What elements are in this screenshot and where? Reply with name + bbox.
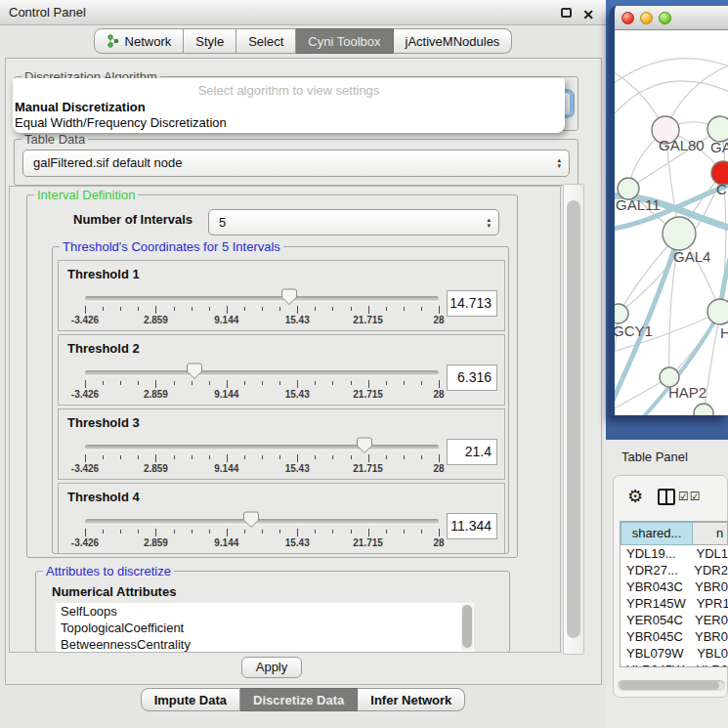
column-header-name[interactable]: n <box>693 522 728 545</box>
table-row[interactable]: YLR345WYLR3 <box>621 662 728 666</box>
slider-thumb-icon[interactable] <box>243 511 259 529</box>
table-data-group-title: Table Data <box>21 132 88 147</box>
network-canvas-svg: GAL80GACGAL11GAL4GCY1HHAP2 <box>615 30 728 415</box>
close-icon[interactable]: ✕ <box>582 3 594 27</box>
table-data-combobox[interactable]: galFiltered.sif default node ▴▾ <box>22 150 570 177</box>
attribute-item[interactable]: BetweennessCentrality <box>56 636 474 652</box>
threshold-slider[interactable]: -3.4262.8599.14415.4321.71528 <box>85 282 439 329</box>
number-of-intervals-spinner[interactable]: 5 ▴▾ <box>208 209 499 236</box>
table-panel-section: Table Panel ⚙ ☑☑ shared... n YDL19...YDL… <box>606 440 728 728</box>
threshold-value-box[interactable]: 11.344 <box>447 513 497 539</box>
interval-definition-title: Interval Definition <box>34 188 138 202</box>
list-scrollbar[interactable] <box>461 604 473 651</box>
table-row[interactable]: YDL19...YDL1 <box>621 545 728 562</box>
network-icon <box>107 34 120 48</box>
float-window-icon[interactable] <box>561 8 572 18</box>
slider-ticks <box>85 379 439 388</box>
node-table-rows: YDL19...YDL1YDR27...YDR2YBR043CYBR0YPR14… <box>621 545 728 666</box>
table-row[interactable]: YBL079WYBL0 <box>621 645 728 662</box>
table-row[interactable]: YDR27...YDR2 <box>621 562 728 578</box>
control-panel-content: Discretization Algorithm ▴▾ Select algor… <box>5 58 602 685</box>
network-window-titlebar[interactable] <box>615 6 728 30</box>
threshold-label: Threshold 3 <box>67 415 140 430</box>
zoom-traffic-light-icon[interactable] <box>659 12 671 24</box>
minimize-traffic-light-icon[interactable] <box>640 12 653 24</box>
threshold-label: Threshold 4 <box>67 490 140 504</box>
threshold-value-box[interactable]: 6.316 <box>447 364 497 391</box>
split-columns-icon[interactable] <box>658 489 675 505</box>
threshold-slider[interactable]: -3.4262.8599.14415.4321.71528 <box>85 505 439 552</box>
slider-track[interactable] <box>85 445 439 450</box>
spinner-arrows-icon: ▴▾ <box>487 217 491 229</box>
attribute-item[interactable]: TopologicalCoefficient <box>56 620 474 636</box>
threshold-slider[interactable]: -3.4262.8599.14415.4321.71528 <box>85 431 439 478</box>
settings-scrollbar[interactable] <box>563 184 584 655</box>
table-data-group: Table Data galFiltered.sif default node … <box>14 139 578 186</box>
algorithm-option[interactable]: Manual Discretization <box>15 100 565 115</box>
apply-button[interactable]: Apply <box>241 657 302 678</box>
svg-text:GAL4: GAL4 <box>673 248 710 265</box>
table-row[interactable]: YBR045CYBR0 <box>621 628 728 645</box>
svg-text:GCY1: GCY1 <box>615 322 653 339</box>
tab-select[interactable]: Select <box>236 28 296 54</box>
interval-definition-group: Interval Definition Number of Intervals … <box>26 194 518 558</box>
slider-track[interactable] <box>85 296 439 301</box>
settings-viewport: Interval Definition Number of Intervals … <box>9 186 561 653</box>
threshold-panel: Threshold 4-3.4262.8599.14415.4321.71528… <box>58 483 505 554</box>
threshold-slider[interactable]: -3.4262.8599.14415.4321.71528 <box>85 357 439 404</box>
combo-arrows-icon: ▴▾ <box>557 157 561 169</box>
svg-text:C: C <box>716 181 727 197</box>
attribute-item[interactable]: SelfLoops <box>56 603 474 620</box>
tab-jactivemnodules[interactable]: jActiveMNodules <box>394 28 513 54</box>
attributes-group-title: Attributes to discretize <box>43 564 174 578</box>
threshold-value-box[interactable]: 21.4 <box>447 439 497 465</box>
slider-ticks <box>85 528 439 536</box>
slider-track[interactable] <box>85 370 439 375</box>
tab-cyni-toolbox[interactable]: Cyni Toolbox <box>296 28 393 54</box>
horizontal-scrollbar-thumb[interactable] <box>620 681 719 690</box>
table-row[interactable]: YPR145WYPR1 <box>621 595 728 612</box>
threshold-panel: Threshold 2-3.4262.8599.14415.4321.71528… <box>58 334 505 406</box>
number-of-intervals-label: Number of Intervals <box>73 212 193 227</box>
tab-network[interactable]: Network <box>94 28 185 54</box>
column-header-shared-name[interactable]: shared... <box>621 522 693 545</box>
number-of-intervals-value: 5 <box>209 210 498 235</box>
table-row[interactable]: YBR043CYBR0 <box>621 578 728 595</box>
slider-thumb-icon[interactable] <box>281 288 297 306</box>
thresholds-group: Threshold's Coordinates for 5 Intervals … <box>52 246 509 554</box>
table-panel-title: Table Panel <box>621 450 688 464</box>
close-traffic-light-icon[interactable] <box>621 12 634 24</box>
slider-thumb-icon[interactable] <box>357 437 372 454</box>
attribute-items: SelfLoopsTopologicalCoefficientBetweenne… <box>56 603 474 652</box>
svg-text:H: H <box>720 324 728 341</box>
screen: Control Panel ✕ NetworkStyleSelectCyni T… <box>0 0 728 728</box>
list-scrollbar-thumb[interactable] <box>462 605 472 648</box>
tab-discretize-data[interactable]: Discretize Data <box>240 688 358 711</box>
threshold-value-box[interactable]: 14.713 <box>447 290 497 317</box>
threshold-panel: Threshold 3-3.4262.8599.14415.4321.71528… <box>58 408 505 480</box>
slider-thumb-icon[interactable] <box>187 363 202 380</box>
network-window: GAL80GACGAL11GAL4GCY1HHAP2 <box>610 6 728 415</box>
threshold-label: Threshold 1 <box>67 267 140 281</box>
svg-text:GA: GA <box>710 139 728 155</box>
bottom-tabbar: Impute DataDiscretize DataInfer Network <box>0 688 606 712</box>
algorithm-option[interactable]: Equal Width/Frequency Discretization <box>15 115 565 131</box>
checked-boxes-icon[interactable]: ☑☑ <box>678 490 702 503</box>
settings-scrollbar-thumb[interactable] <box>567 200 580 638</box>
algorithm-popup-list: Manual DiscretizationEqual Width/Frequen… <box>15 100 565 131</box>
tab-style[interactable]: Style <box>184 28 236 54</box>
slider-track[interactable] <box>85 519 439 524</box>
network-canvas[interactable]: GAL80GACGAL11GAL4GCY1HHAP2 <box>615 30 728 415</box>
gear-icon[interactable]: ⚙ <box>627 486 643 507</box>
control-panel-title: Control Panel <box>9 5 86 20</box>
threshold-panel: Threshold 1-3.4262.8599.14415.4321.71528… <box>58 260 505 331</box>
svg-text:GAL80: GAL80 <box>659 137 705 153</box>
table-panel: ⚙ ☑☑ shared... n YDL19...YDL1YDR27...YDR… <box>613 475 728 698</box>
tab-impute-data[interactable]: Impute Data <box>141 688 240 711</box>
table-row[interactable]: YER054CYER0 <box>621 612 728 628</box>
horizontal-scrollbar[interactable] <box>618 680 725 691</box>
numerical-attributes-list[interactable]: SelfLoopsTopologicalCoefficientBetweenne… <box>56 603 474 652</box>
tab-infer-network[interactable]: Infer Network <box>358 688 465 711</box>
attributes-group: Attributes to discretize Numerical Attri… <box>35 571 510 653</box>
algorithm-popup-hint: Select algorithm to view settings <box>13 83 565 98</box>
